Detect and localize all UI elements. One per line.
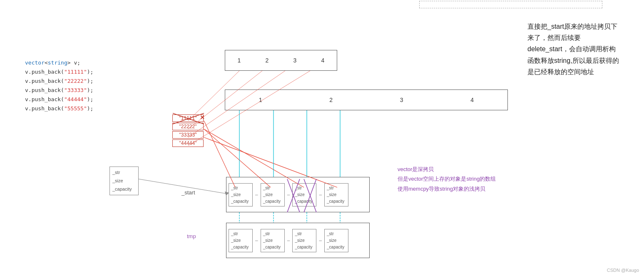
s4-size: _size (327, 191, 346, 198)
t2-capacity: _capacity (263, 244, 282, 251)
t4-size: _size (327, 237, 346, 244)
string-boxes: "11111" ✕ "22222" "33333" "44444" (172, 114, 204, 148)
field-capacity-left: _capacity (112, 185, 136, 194)
struct-box-left: _str _size _capacity (109, 167, 139, 195)
field-size-left: _size (112, 177, 136, 185)
str-box-1: "11111" ✕ (172, 114, 204, 122)
sep3: – (319, 192, 322, 198)
inner-struct-s2: _str _size _capacity (261, 183, 285, 206)
sep2: – (287, 192, 290, 198)
annotation-text: 直接把_start原来的地址拷贝下来了，然而后续要delete_start，会自… (527, 21, 619, 77)
inner-struct-t1: _str _size _capacity (229, 229, 253, 252)
start-container: _str _size _capacity – _str _size _capac… (226, 177, 370, 212)
str-box-3: "33333" (172, 131, 204, 139)
code-section: vector<string> v; v.push_back("11111"); … (25, 58, 93, 114)
t3-size: _size (295, 237, 314, 244)
t4-str: _str (327, 231, 346, 237)
watermark: CSDN @Kaugo (607, 268, 639, 273)
inner-struct-t4: _str _size _capacity (324, 229, 348, 252)
field-str-left: _str (112, 169, 136, 177)
tmp-label: tmp (187, 233, 196, 239)
cell-2-1: 1 (259, 97, 262, 103)
t3-str: _str (295, 231, 314, 237)
inner-struct-s1: _str _size _capacity (229, 183, 253, 206)
code-line-4: v.push_back("33333"); (25, 86, 93, 95)
s3-str: _str (295, 185, 314, 191)
purple-line-2: 但是vector空间上存的对象是string的数组 (398, 174, 496, 184)
top-box-2: 1 2 3 4 (225, 90, 508, 110)
cell-2-4: 4 (470, 97, 474, 103)
purple-line-1: vector是深拷贝 (398, 164, 496, 174)
inner-struct-s4: _str _size _capacity (324, 183, 348, 206)
t1-capacity: _capacity (231, 244, 250, 251)
tmp-container: _str _size _capacity – _str _size _capac… (226, 223, 370, 258)
inner-struct-s3: _str _size _capacity (292, 183, 316, 206)
code-keyword-vector: vector (25, 60, 45, 66)
top-box-1: 1 2 3 4 (225, 50, 337, 71)
code-line-2: v.push_back("11111"); (25, 67, 93, 77)
s1-str: _str (231, 185, 250, 191)
cell-1-3: 3 (293, 57, 297, 64)
cell-1-2: 2 (266, 57, 269, 64)
cell-2-2: 2 (329, 97, 333, 103)
s3-size: _size (295, 191, 314, 198)
t1-size: _size (231, 237, 250, 244)
sep-t1: – (255, 238, 258, 244)
str-box-2: "22222" (172, 123, 204, 130)
cell-1-4: 4 (321, 57, 325, 64)
inner-struct-t2: _str _size _capacity (261, 229, 285, 252)
s3-capacity: _capacity (295, 198, 314, 205)
s4-str: _str (327, 185, 346, 191)
t2-size: _size (263, 237, 282, 244)
start-label: _start (182, 189, 195, 196)
purple-line-3: 使用memcpy导致string对象的浅拷贝 (398, 184, 496, 194)
t4-capacity: _capacity (327, 244, 346, 251)
purple-text: vector是深拷贝 但是vector空间上存的对象是string的数组 使用m… (398, 164, 496, 194)
str-box-4: "44444" (172, 139, 204, 147)
cell-1-1: 1 (238, 57, 241, 64)
s1-size: _size (231, 191, 250, 198)
cell-2-3: 3 (400, 97, 403, 103)
s2-str: _str (263, 185, 282, 191)
sep-t3: – (319, 238, 322, 244)
s4-capacity: _capacity (327, 198, 346, 205)
code-keyword-string: string (48, 60, 67, 66)
t2-str: _str (263, 231, 282, 237)
code-line-6: v.push_back("55555"); (25, 104, 93, 113)
sep1: – (255, 192, 258, 198)
code-line-5: v.push_back("44444"); (25, 95, 93, 104)
code-line-3: v.push_back("22222"); (25, 77, 93, 86)
dashed-rect (419, 1, 602, 8)
code-line-1: vector<string> v; (25, 58, 93, 67)
t1-str: _str (231, 231, 250, 237)
s2-capacity: _capacity (263, 198, 282, 205)
inner-struct-t3: _str _size _capacity (292, 229, 316, 252)
t3-capacity: _capacity (295, 244, 314, 251)
sep-t2: – (287, 238, 290, 244)
s1-capacity: _capacity (231, 198, 250, 205)
s2-size: _size (263, 191, 282, 198)
